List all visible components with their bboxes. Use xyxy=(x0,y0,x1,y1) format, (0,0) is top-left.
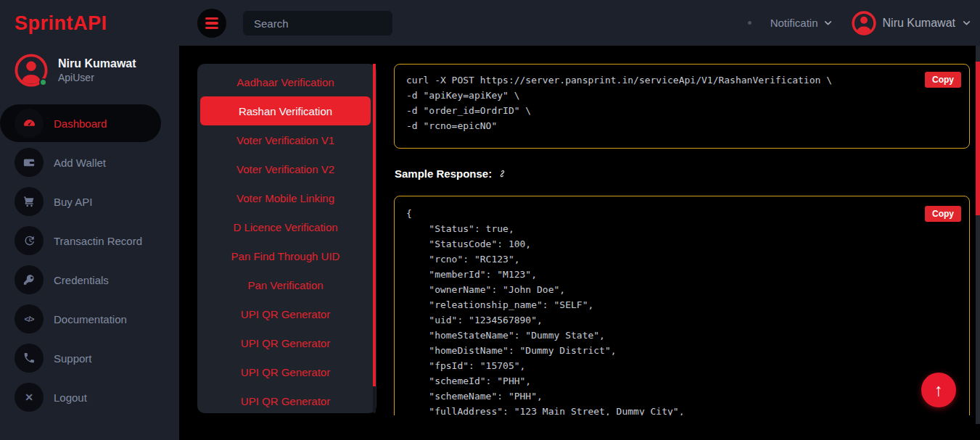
sidebar-item-support[interactable]: Support xyxy=(0,339,179,378)
dashboard-icon xyxy=(15,109,44,138)
sidebar-item-label: Transactin Record xyxy=(54,235,142,247)
top-bar: SprintAPI Notificatin Niru Kumawat xyxy=(0,0,980,46)
sample-response-heading: Sample Response: xyxy=(395,167,508,180)
cart-icon xyxy=(15,187,44,216)
brand-logo: SprintAPI xyxy=(15,12,107,34)
online-status-dot xyxy=(39,78,47,86)
api-menu-item-pan-verification[interactable]: Pan Verification xyxy=(202,270,369,299)
api-menu-item-upi-qr-generator[interactable]: UPI QR Generator xyxy=(202,328,369,357)
user-menu-dropdown[interactable]: Niru Kumawat xyxy=(852,11,971,36)
notification-dropdown[interactable]: Notificatin xyxy=(770,17,833,29)
arrow-up-icon: ↑ xyxy=(934,381,943,399)
code-icon: </> xyxy=(15,304,44,333)
main-content: Aadhaar VerificationRashan VerificationV… xyxy=(179,46,980,440)
sidebar-item-buy-api[interactable]: Buy API xyxy=(0,182,179,221)
user-avatar-icon xyxy=(852,11,876,36)
profile-name: Niru Kumawat xyxy=(58,57,136,71)
api-menu-item-upi-qr-generator[interactable]: UPI QR Generator xyxy=(202,357,369,386)
sidebar-item-credentials[interactable]: Credentials xyxy=(0,260,179,299)
wallet-icon xyxy=(15,148,44,177)
api-menu-item-rashan-verification[interactable]: Rashan Verification xyxy=(200,96,371,125)
response-code-block: { "Status": true, "StatusCode": 100, "rc… xyxy=(394,196,970,415)
topbar-user-name: Niru Kumawat xyxy=(883,17,955,30)
sidebar: Niru Kumawat ApiUser DashboardAdd Wallet… xyxy=(0,46,179,440)
sidebar-menu: DashboardAdd WalletBuy APITransactin Rec… xyxy=(0,104,179,417)
api-menu-item-voter-verification-v2[interactable]: Voter Verification V2 xyxy=(202,154,369,183)
api-menu-scrollbar[interactable] xyxy=(373,64,376,413)
sidebar-item-add-wallet[interactable]: Add Wallet xyxy=(0,143,179,182)
sidebar-item-label: Buy API xyxy=(54,196,92,208)
notification-dot-icon xyxy=(748,21,752,25)
sidebar-item-transactin-record[interactable]: Transactin Record xyxy=(0,221,179,260)
copy-response-button[interactable]: Copy xyxy=(925,206,961,222)
sidebar-item-label: Add Wallet xyxy=(54,157,106,169)
sidebar-item-logout[interactable]: ✕Logout xyxy=(0,378,179,417)
close-icon: ✕ xyxy=(15,383,44,412)
sidebar-item-label: Dashboard xyxy=(54,117,107,130)
copy-request-button[interactable]: Copy xyxy=(925,72,961,88)
sidebar-item-documentation[interactable]: </>Documentation xyxy=(0,299,179,339)
search-input[interactable] xyxy=(243,11,392,36)
chevron-down-icon xyxy=(823,18,833,28)
history-icon xyxy=(15,226,44,255)
response-code-clip: { "Status": true, "StatusCode": 100, "rc… xyxy=(394,196,970,415)
api-menu-item-voter-mobile-linking[interactable]: Voter Mobile Linking xyxy=(202,183,369,212)
link-icon xyxy=(497,168,508,179)
curl-code: curl -X POST https://server.pansprint.in… xyxy=(395,65,969,141)
api-menu-item-upi-qr-generator[interactable]: UPI QR Generator xyxy=(202,386,369,415)
scroll-to-top-button[interactable]: ↑ xyxy=(921,373,956,407)
profile-role: ApiUser xyxy=(58,71,136,84)
sidebar-item-dashboard[interactable]: Dashboard xyxy=(0,104,179,143)
api-menu-item-upi-qr-generator[interactable]: UPI QR Generator xyxy=(202,299,369,328)
key-icon xyxy=(15,265,44,294)
chevron-down-icon xyxy=(962,18,971,28)
sidebar-item-label: Logout xyxy=(54,391,87,404)
sidebar-item-label: Credentials xyxy=(54,274,109,286)
profile-card: Niru Kumawat ApiUser xyxy=(15,54,136,87)
response-code: { "Status": true, "StatusCode": 100, "rc… xyxy=(395,196,969,415)
api-menu-item-d-licence-verification[interactable]: D Licence Verification xyxy=(202,212,369,241)
sidebar-item-label: Support xyxy=(54,352,92,365)
request-code-block: curl -X POST https://server.pansprint.in… xyxy=(394,64,970,149)
api-menu-item-voter-verification-v1[interactable]: Voter Verification V1 xyxy=(202,125,369,154)
api-menu-panel: Aadhaar VerificationRashan VerificationV… xyxy=(197,64,376,413)
notification-label: Notificatin xyxy=(770,17,818,29)
api-menu-item-pan-find-through-uid[interactable]: Pan Find Through UID xyxy=(202,241,369,270)
profile-avatar-icon xyxy=(15,54,48,87)
sidebar-item-label: Documentation xyxy=(54,313,127,325)
hamburger-menu-icon xyxy=(205,17,218,30)
page-scrollbar[interactable] xyxy=(976,46,980,424)
phone-icon xyxy=(15,344,44,373)
page-scrollbar-thumb[interactable] xyxy=(976,62,980,215)
hamburger-menu-button[interactable] xyxy=(197,9,226,38)
api-menu-item-aadhaar-verification[interactable]: Aadhaar Verification xyxy=(202,67,369,96)
